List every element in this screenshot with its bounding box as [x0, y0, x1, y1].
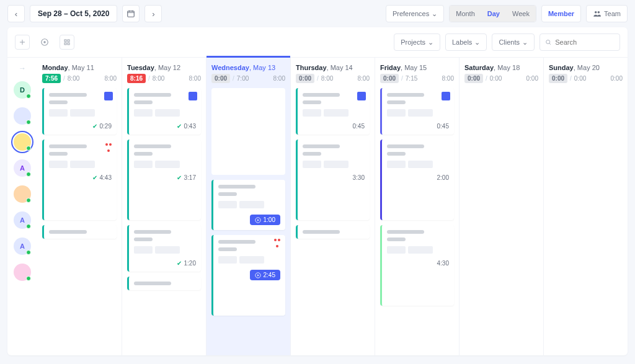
card-footer: 4:30	[387, 260, 449, 267]
day-column: Sunday, May 200:00/0:000:00	[543, 58, 628, 355]
tracked-badge: 0:00	[380, 74, 399, 83]
day-title: Thursday, May 14	[296, 64, 370, 71]
task-card[interactable]: 1:00	[211, 180, 285, 230]
check-icon: ✔	[177, 123, 182, 130]
day-meta: 0:00/0:000:00	[549, 74, 623, 83]
calendar-picker-button[interactable]	[122, 5, 140, 22]
priority-icon	[104, 143, 113, 152]
timer-pill[interactable]: 2:45	[250, 270, 280, 280]
day-header: Monday, May 117:56/8:008:00	[42, 64, 117, 83]
day-column: Wednesday, May 130:00/7:008:001:002:45	[206, 58, 290, 355]
day-header: Saturday, May 180:00/0:000:00	[464, 64, 538, 83]
card-time: 4:30	[437, 260, 449, 267]
task-card[interactable]: 4:30	[380, 225, 454, 306]
grid-button[interactable]	[60, 35, 74, 50]
task-card[interactable]	[42, 225, 117, 239]
task-card[interactable]: 2:45	[211, 235, 285, 316]
target-button[interactable]	[37, 35, 52, 50]
search-box[interactable]	[540, 33, 620, 51]
tracked-badge: 8:16	[127, 74, 146, 83]
prev-week-button[interactable]: ‹	[7, 5, 25, 22]
svg-rect-6	[68, 40, 69, 42]
task-card[interactable]: ✔3:17	[127, 140, 201, 220]
filter-clients-label: Clients	[499, 38, 520, 46]
filter-projects[interactable]: Projects ⌄	[394, 33, 440, 51]
svg-point-2	[598, 11, 600, 14]
tracked-badge: 0:00	[296, 74, 314, 83]
card-footer: 0:45	[387, 123, 449, 130]
check-icon: ✔	[177, 174, 182, 181]
plan-time: 7:15	[406, 75, 417, 82]
view-day[interactable]: Day	[481, 6, 506, 22]
plan-time: 8:00	[321, 75, 333, 82]
day-meta: 0:00/7:008:00	[211, 74, 285, 83]
task-card[interactable]: ✔0:43	[127, 88, 201, 135]
day-header: Tuesday, May 128:16/8:008:00	[127, 64, 201, 83]
card-footer: ✔0:43	[134, 123, 196, 130]
preferences-button[interactable]: Preferences ⌄	[386, 5, 444, 22]
view-week[interactable]: Week	[506, 6, 536, 22]
date-range[interactable]: Sep 28 – Oct 5, 2020	[30, 5, 117, 22]
filter-labels-label: Labels	[452, 38, 472, 46]
task-card[interactable]: ✔4:43	[42, 140, 117, 220]
user-avatar[interactable]: A	[14, 159, 31, 177]
user-avatar[interactable]	[14, 185, 31, 203]
day-column: Tuesday, May 128:16/8:008:00✔0:43✔3:17✔1…	[122, 58, 206, 355]
check-icon: ✔	[92, 174, 97, 181]
capacity-time: 8:00	[442, 75, 454, 82]
check-icon: ✔	[92, 123, 97, 130]
grid-icon	[63, 38, 71, 46]
task-card[interactable]	[211, 88, 285, 175]
user-avatar[interactable]: A	[14, 211, 31, 229]
user-avatar[interactable]: D	[14, 81, 31, 99]
card-footer: 2:45	[218, 270, 280, 280]
card-time: 0:43	[184, 123, 196, 130]
member-button[interactable]: Member	[541, 5, 581, 22]
user-avatar[interactable]: A	[14, 237, 31, 255]
team-icon	[593, 9, 602, 18]
card-time: 1:20	[184, 260, 196, 267]
user-avatar[interactable]	[14, 133, 31, 151]
board-toolbar: Projects ⌄ Labels ⌄ Clients ⌄	[7, 27, 628, 58]
task-card[interactable]: ✔0:29	[42, 88, 117, 135]
task-card[interactable]	[296, 225, 370, 239]
search-input[interactable]	[555, 38, 615, 46]
filter-clients[interactable]: Clients ⌄	[492, 33, 535, 51]
task-card[interactable]: 0:45	[380, 88, 454, 135]
task-card[interactable]	[127, 277, 201, 290]
capacity-time: 8:00	[273, 75, 285, 82]
card-footer: 1:00	[218, 215, 280, 225]
plan-time: 8:00	[68, 75, 79, 82]
tracked-badge: 0:00	[549, 74, 567, 83]
task-card[interactable]: 3:30	[296, 140, 370, 220]
filter-labels[interactable]: Labels ⌄	[445, 33, 487, 51]
svg-point-1	[595, 11, 597, 14]
plan-time: 0:00	[490, 75, 502, 82]
tracked-badge: 7:56	[42, 74, 61, 83]
timer-pill[interactable]: 1:00	[250, 215, 280, 225]
plan-time: 8:00	[153, 75, 164, 82]
content: → DAAA Monday, May 117:56/8:008:00✔0:29✔…	[7, 58, 628, 355]
user-avatar[interactable]	[14, 107, 31, 125]
board: Projects ⌄ Labels ⌄ Clients ⌄ → DAAA Mon…	[7, 27, 628, 355]
card-time: 0:45	[437, 123, 449, 130]
capacity-time: 0:00	[611, 75, 623, 82]
task-card[interactable]: 2:00	[380, 140, 454, 220]
card-footer: ✔4:43	[49, 174, 112, 181]
day-columns: Monday, May 117:56/8:008:00✔0:29✔4:43Tue…	[37, 58, 628, 355]
view-month[interactable]: Month	[450, 6, 481, 22]
capacity-time: 8:00	[189, 75, 201, 82]
card-footer: ✔3:17	[134, 174, 196, 181]
card-time: 0:45	[353, 123, 365, 130]
plan-time: 0:00	[574, 75, 586, 82]
expand-sidebar-icon[interactable]: →	[19, 64, 26, 73]
add-button[interactable]	[15, 35, 30, 50]
user-avatar[interactable]	[14, 264, 31, 281]
task-card[interactable]: 0:45	[296, 88, 370, 135]
card-footer: 3:30	[303, 174, 365, 181]
svg-point-9	[546, 40, 550, 44]
calendar-icon	[442, 92, 450, 100]
team-button[interactable]: Team	[586, 5, 628, 22]
task-card[interactable]: ✔1:20	[127, 225, 201, 272]
next-week-button[interactable]: ›	[144, 5, 162, 22]
